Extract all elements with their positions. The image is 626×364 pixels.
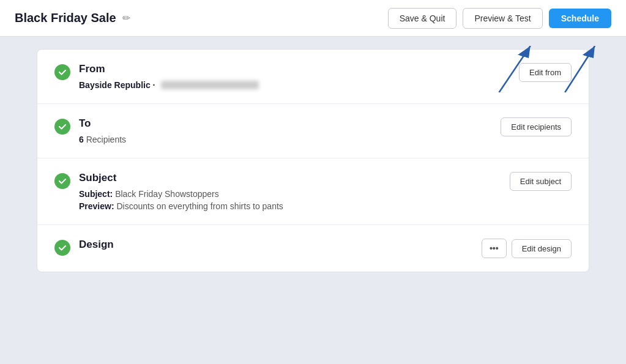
header-actions: Save & Quit Preview & Test Schedule: [388, 8, 611, 29]
to-check-icon: [54, 119, 70, 135]
from-sender-name: Bayside Republic ·: [79, 80, 155, 90]
from-section: From Bayside Republic · Edit from: [37, 50, 589, 104]
page-header: Black Friday Sale ✏ Save & Quit Preview …: [0, 0, 626, 37]
to-section-left: To 6 Recipients: [54, 117, 501, 144]
save-quit-button[interactable]: Save & Quit: [388, 8, 457, 29]
preview-line: Preview: Discounts on everything from sh…: [79, 201, 510, 211]
from-detail: Bayside Republic ·: [79, 80, 519, 90]
subject-details: Subject: Black Friday Showstoppers Previ…: [79, 189, 510, 211]
from-section-left: From Bayside Republic ·: [54, 63, 519, 90]
from-check-icon: [54, 64, 70, 80]
from-actions: Edit from: [519, 63, 572, 82]
subject-section: Subject Subject: Black Friday Showstoppe…: [37, 158, 589, 225]
to-title: To: [79, 117, 501, 130]
recipients-count: 6 Recipients: [79, 135, 501, 144]
design-title: Design: [79, 239, 482, 251]
header-left: Black Friday Sale ✏: [15, 11, 130, 25]
edit-subject-button[interactable]: Edit subject: [510, 172, 572, 191]
from-email-blurred: [161, 81, 259, 89]
subject-title: Subject: [79, 172, 510, 184]
edit-title-icon[interactable]: ✏: [122, 12, 130, 24]
design-content: Design: [79, 239, 482, 256]
to-content: To 6 Recipients: [79, 117, 501, 144]
subject-actions: Edit subject: [510, 172, 572, 191]
from-content: From Bayside Republic ·: [79, 63, 519, 90]
subject-line: Subject: Black Friday Showstoppers: [79, 189, 510, 199]
preview-test-button[interactable]: Preview & Test: [463, 8, 542, 29]
campaign-card: From Bayside Republic · Edit from: [37, 49, 589, 272]
from-title: From: [79, 63, 519, 75]
schedule-button[interactable]: Schedule: [549, 9, 611, 28]
to-actions: Edit recipients: [501, 117, 572, 136]
edit-design-button[interactable]: Edit design: [512, 239, 572, 258]
design-check-icon: [54, 240, 70, 256]
design-more-button[interactable]: •••: [482, 239, 507, 258]
page-title: Black Friday Sale: [15, 11, 116, 25]
to-section: To 6 Recipients Edit recipients: [37, 104, 589, 158]
subject-section-left: Subject Subject: Black Friday Showstoppe…: [54, 172, 510, 211]
main-content: From Bayside Republic · Edit from: [0, 37, 626, 284]
subject-content: Subject Subject: Black Friday Showstoppe…: [79, 172, 510, 211]
design-section-left: Design: [54, 239, 482, 256]
design-section: Design ••• Edit design: [37, 225, 589, 272]
design-actions: ••• Edit design: [482, 239, 572, 258]
edit-from-button[interactable]: Edit from: [519, 63, 572, 82]
subject-check-icon: [54, 173, 70, 189]
edit-recipients-button[interactable]: Edit recipients: [501, 117, 572, 136]
